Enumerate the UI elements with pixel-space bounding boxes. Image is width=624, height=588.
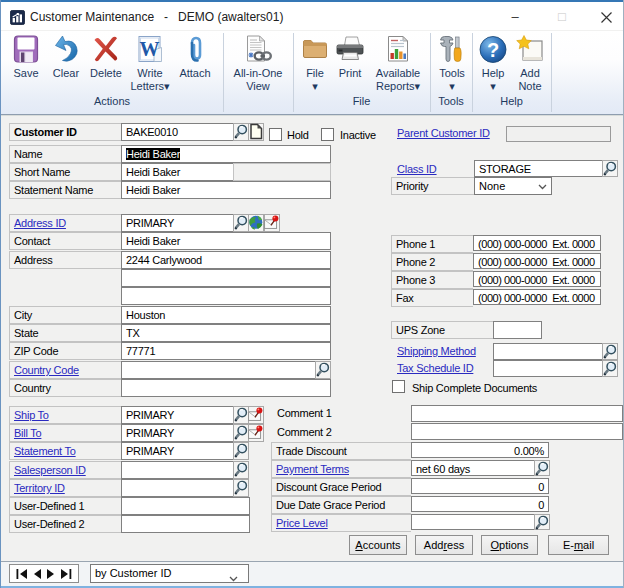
svg-text:W: W: [140, 38, 160, 60]
svg-text:?: ?: [487, 39, 499, 61]
